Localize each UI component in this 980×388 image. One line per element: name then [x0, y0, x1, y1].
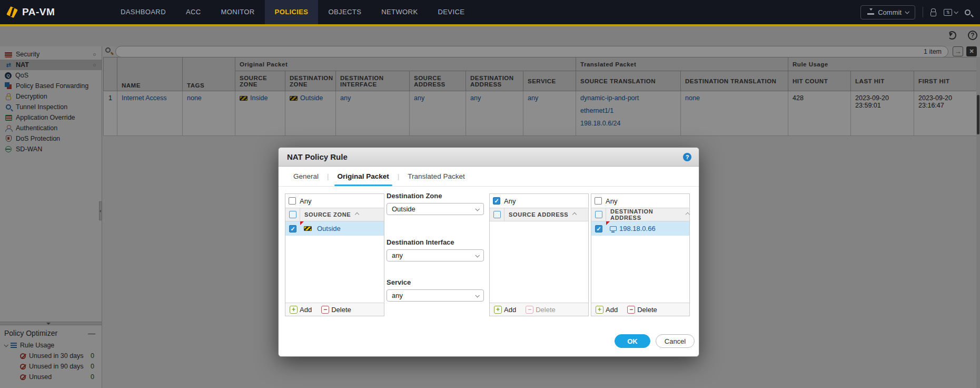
dialog-help-icon[interactable]: ?	[683, 153, 691, 161]
dialog-header[interactable]: NAT Policy Rule ?	[279, 148, 699, 167]
nav-policies[interactable]: POLICIES	[265, 0, 319, 24]
dialog-title: NAT Policy Rule	[287, 152, 348, 161]
sort-asc-icon	[355, 212, 359, 217]
cancel-button[interactable]: Cancel	[656, 334, 695, 348]
source-zone-any-checkbox[interactable]	[289, 197, 296, 205]
row-checkbox[interactable]	[289, 225, 296, 232]
selected-value: any	[392, 292, 403, 299]
commit-button[interactable]: Commit	[860, 5, 915, 20]
delete-label: Delete	[331, 306, 351, 314]
save-config-icon[interactable]: ⇅	[944, 9, 952, 16]
destination-zone-field: Destination Zone Outside	[387, 192, 484, 215]
commit-icon	[867, 9, 874, 15]
add-button[interactable]: + Add	[290, 306, 312, 314]
add-button[interactable]: + Add	[494, 306, 516, 314]
ok-button[interactable]: OK	[615, 334, 650, 348]
list-item-address[interactable]: 198.18.0.66	[591, 221, 689, 236]
nav-dashboard[interactable]: DASHBOARD	[111, 0, 176, 24]
nav-monitor[interactable]: MONITOR	[211, 0, 265, 24]
select-all-checkbox[interactable]	[289, 211, 296, 218]
service-label: Service	[387, 278, 484, 286]
chevron-down-icon	[905, 9, 909, 14]
address-object-icon	[610, 226, 617, 231]
service-select[interactable]: any	[387, 289, 484, 302]
edited-flag-icon	[300, 221, 304, 225]
source-address-list	[490, 221, 588, 303]
service-field: Service any	[387, 278, 484, 302]
chevron-down-icon	[954, 9, 958, 14]
nav-right-tools: Commit ⇅	[860, 5, 980, 20]
destination-address-list-header[interactable]: DESTINATION ADDRESS	[591, 208, 689, 221]
source-address-any-checkbox[interactable]	[493, 197, 500, 205]
plus-icon: +	[290, 306, 298, 314]
tab-divider: |	[398, 172, 400, 180]
sort-asc-icon	[686, 212, 690, 217]
minus-icon: −	[627, 306, 635, 314]
any-label: Any	[504, 197, 516, 205]
delete-label: Delete	[637, 306, 657, 314]
row-checkbox[interactable]	[595, 225, 602, 232]
chevron-down-icon	[475, 207, 479, 211]
delete-label: Delete	[536, 306, 556, 314]
pan-os-app: PA-VM DASHBOARD ACC MONITOR POLICIES OBJ…	[0, 0, 980, 388]
any-label: Any	[606, 197, 617, 205]
sort-asc-icon	[572, 212, 577, 217]
delete-button[interactable]: − Delete	[627, 306, 657, 314]
top-navigation: PA-VM DASHBOARD ACC MONITOR POLICIES OBJ…	[0, 0, 980, 26]
tab-divider: |	[327, 172, 329, 180]
source-zone-list: Outside	[285, 221, 384, 303]
nat-policy-rule-dialog: NAT Policy Rule ? General | Original Pac…	[278, 147, 699, 357]
commit-label: Commit	[878, 8, 902, 16]
selected-value: Outside	[392, 205, 415, 213]
source-address-list-header[interactable]: SOURCE ADDRESS	[490, 208, 588, 221]
destination-interface-field: Destination Interface any	[387, 238, 484, 261]
nav-device[interactable]: DEVICE	[428, 0, 474, 24]
column-label: SOURCE ZONE	[304, 211, 351, 218]
tab-translated-packet[interactable]: Translated Packet	[405, 167, 467, 186]
edited-flag-icon	[606, 221, 610, 225]
add-label: Add	[606, 306, 618, 314]
select-all-checkbox[interactable]	[493, 211, 501, 218]
list-item-outside[interactable]: Outside	[285, 221, 384, 236]
address-link[interactable]: 198.18.0.66	[619, 225, 656, 232]
selected-value: any	[392, 251, 403, 259]
tab-original-packet[interactable]: Original Packet	[335, 167, 391, 186]
any-label: Any	[300, 197, 311, 205]
destination-zone-select[interactable]: Outside	[387, 203, 484, 215]
nav-objects[interactable]: OBJECTS	[318, 0, 371, 24]
destination-address-panel: Any DESTINATION ADDRESS 198.18.0.66	[591, 193, 690, 316]
zone-icon	[304, 226, 312, 231]
config-actions: ⇅	[944, 9, 957, 16]
destination-address-any-checkbox[interactable]	[595, 197, 602, 205]
global-search-icon[interactable]	[965, 9, 971, 15]
source-address-panel: Any SOURCE ADDRESS + Add − Delete	[489, 193, 589, 316]
minus-icon: −	[321, 306, 329, 314]
source-zone-panel: Any SOURCE ZONE Outside	[285, 193, 384, 316]
chevron-down-icon	[475, 253, 479, 257]
delete-button[interactable]: − Delete	[321, 306, 351, 314]
select-all-checkbox[interactable]	[595, 211, 602, 218]
pan-logo-icon	[6, 6, 18, 18]
delete-button-disabled: − Delete	[526, 306, 556, 314]
nav-network[interactable]: NETWORK	[371, 0, 428, 24]
nav-acc[interactable]: ACC	[176, 0, 211, 24]
main-menu: DASHBOARD ACC MONITOR POLICIES OBJECTS N…	[111, 0, 474, 24]
destination-address-list: 198.18.0.66	[591, 221, 689, 303]
destination-interface-label: Destination Interface	[387, 238, 484, 246]
plus-icon: +	[596, 306, 603, 314]
tab-general[interactable]: General	[291, 167, 321, 186]
zone-link[interactable]: Outside	[317, 225, 341, 232]
column-label: DESTINATION ADDRESS	[610, 208, 681, 221]
add-button[interactable]: + Add	[596, 306, 618, 314]
plus-icon: +	[494, 306, 502, 314]
source-zone-list-header[interactable]: SOURCE ZONE	[285, 208, 384, 221]
dialog-tabs: General | Original Packet | Translated P…	[279, 167, 699, 187]
minus-icon: −	[526, 306, 533, 314]
lock-icon[interactable]	[930, 12, 936, 16]
divider	[923, 7, 923, 17]
add-label: Add	[300, 306, 312, 314]
brand: PA-VM	[0, 6, 111, 18]
destination-interface-select[interactable]: any	[387, 249, 484, 261]
chevron-down-icon	[475, 293, 479, 297]
column-label: SOURCE ADDRESS	[509, 211, 568, 218]
